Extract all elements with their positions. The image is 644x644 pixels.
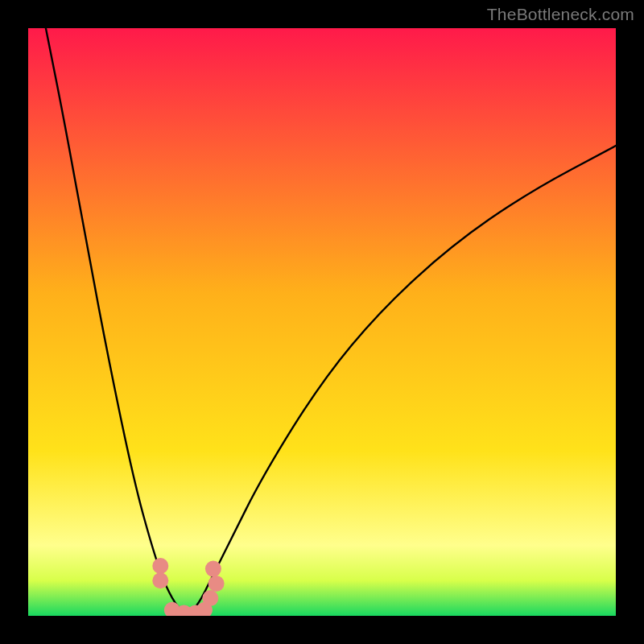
plot-area: [28, 28, 616, 616]
gradient-background: [28, 28, 616, 616]
marker-dot: [205, 561, 221, 577]
marker-dot: [208, 576, 225, 592]
marker-dot: [152, 558, 168, 574]
watermark-text: TheBottleneck.com: [487, 5, 634, 24]
marker-dot: [202, 590, 218, 606]
bottleneck-chart: [28, 28, 616, 616]
marker-dot: [152, 572, 168, 588]
